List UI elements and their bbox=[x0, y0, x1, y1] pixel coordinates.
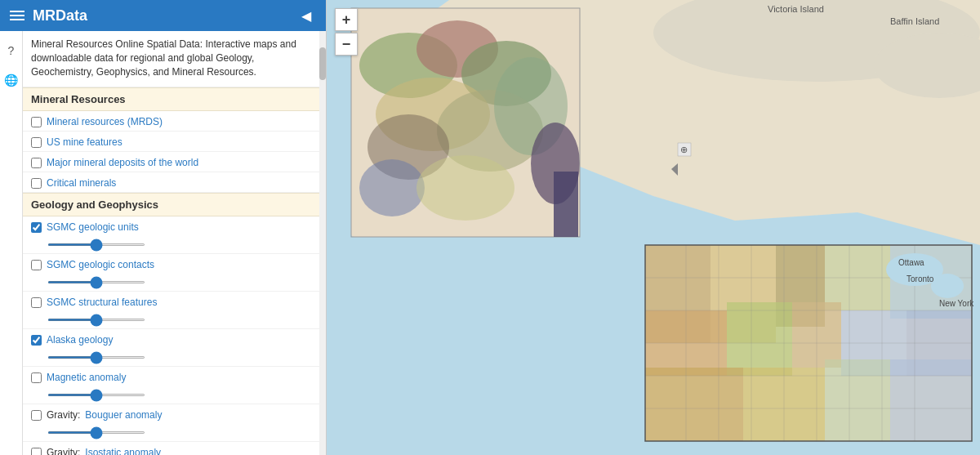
svg-text:⊕: ⊕ bbox=[680, 145, 688, 154]
app-title: MRData bbox=[33, 7, 87, 25]
zoom-in-button[interactable]: + bbox=[335, 8, 358, 31]
sidebar-scrollbar-thumb[interactable] bbox=[319, 47, 326, 80]
hamburger-menu-icon[interactable] bbox=[10, 11, 24, 20]
gravity-bouguer-prefix: Gravity: bbox=[47, 409, 80, 421]
svg-text:Baffin Island: Baffin Island bbox=[890, 16, 939, 26]
layer-slider-sgmc-units[interactable] bbox=[47, 243, 145, 246]
layer-link-critical-minerals[interactable]: Critical minerals bbox=[47, 177, 116, 189]
layer-item-magnetic-anomaly: Magnetic anomaly bbox=[23, 367, 326, 404]
layer-item-gravity-isostatic: Gravity: Isostatic anomaly bbox=[23, 442, 326, 455]
layer-slider-magnetic-anomaly[interactable] bbox=[47, 394, 145, 396]
layer-link-gravity-isostatic[interactable]: Isostatic anomaly bbox=[85, 447, 161, 455]
layer-checkbox-mrds[interactable] bbox=[31, 117, 42, 127]
layer-item-sgmc-contacts: SGMC geologic contacts bbox=[23, 254, 326, 292]
layer-checkbox-sgmc-structural[interactable] bbox=[31, 297, 42, 308]
layer-checkbox-major-deposits[interactable] bbox=[31, 158, 42, 168]
layer-item-critical-minerals: Critical minerals bbox=[23, 172, 326, 193]
svg-rect-32 bbox=[825, 359, 890, 441]
layer-link-mrds[interactable]: Mineral resources (MRDS) bbox=[47, 116, 163, 127]
svg-text:New York: New York bbox=[939, 299, 974, 308]
map-container[interactable]: Victoria Island Baffin Island Ottawa Tor… bbox=[327, 0, 980, 455]
globe-icon[interactable]: 🌐 bbox=[3, 72, 20, 88]
layer-item-alaska-geology: Alaska geology bbox=[23, 329, 326, 367]
svg-rect-30 bbox=[645, 368, 743, 441]
sidebar: MRData ◀ ? 🌐 Mineral Resources Online Sp… bbox=[0, 0, 327, 455]
svg-text:Toronto: Toronto bbox=[906, 274, 934, 283]
layer-link-us-mine[interactable]: US mine features bbox=[47, 136, 122, 148]
map-svg: Victoria Island Baffin Island Ottawa Tor… bbox=[327, 0, 980, 455]
layer-checkbox-gravity-isostatic[interactable] bbox=[31, 448, 42, 455]
help-icon[interactable]: ? bbox=[3, 42, 20, 59]
sidebar-icons-panel: ? 🌐 bbox=[0, 31, 23, 455]
layer-link-sgmc-structural[interactable]: SGMC structural features bbox=[47, 297, 157, 308]
svg-point-15 bbox=[359, 159, 425, 216]
svg-rect-26 bbox=[727, 302, 792, 376]
layer-link-gravity-bouguer[interactable]: Bouguer anomaly bbox=[85, 409, 162, 421]
layer-checkbox-us-mine[interactable] bbox=[31, 137, 42, 148]
svg-point-16 bbox=[416, 155, 514, 221]
gravity-isostatic-prefix: Gravity: bbox=[47, 447, 80, 455]
collapse-sidebar-button[interactable]: ◀ bbox=[296, 7, 316, 25]
layer-item-sgmc-units: SGMC geologic units bbox=[23, 216, 326, 254]
layer-item-mrds: Mineral resources (MRDS) bbox=[23, 111, 326, 132]
layer-slider-alaska-geology[interactable] bbox=[47, 356, 145, 359]
app-description: Mineral Resources Online Spatial Data: I… bbox=[23, 31, 326, 87]
layer-item-gravity-bouguer: Gravity: Bouguer anomaly bbox=[23, 404, 326, 442]
svg-point-49 bbox=[931, 274, 964, 298]
layer-item-major-deposits: Major mineral deposits of the world bbox=[23, 152, 326, 172]
map-controls: + − bbox=[335, 8, 358, 56]
layer-checkbox-critical-minerals[interactable] bbox=[31, 178, 42, 189]
layer-link-major-deposits[interactable]: Major mineral deposits of the world bbox=[47, 157, 198, 168]
layer-link-sgmc-contacts[interactable]: SGMC geologic contacts bbox=[47, 259, 154, 270]
layer-slider-sgmc-contacts[interactable] bbox=[47, 281, 145, 283]
sidebar-header-left: MRData bbox=[10, 7, 87, 25]
sidebar-header: MRData ◀ bbox=[0, 0, 326, 31]
layer-link-alaska-geology[interactable]: Alaska geology bbox=[47, 334, 113, 346]
svg-rect-18 bbox=[554, 172, 578, 237]
layer-checkbox-gravity-bouguer[interactable] bbox=[31, 410, 42, 421]
layer-item-sgmc-structural: SGMC structural features bbox=[23, 292, 326, 329]
svg-text:Ottawa: Ottawa bbox=[898, 258, 924, 267]
section-header-geology: Geology and Geophysics bbox=[23, 193, 326, 216]
layer-checkbox-alaska-geology[interactable] bbox=[31, 335, 42, 346]
layer-checkbox-sgmc-units[interactable] bbox=[31, 222, 42, 233]
layer-slider-gravity-bouguer[interactable] bbox=[47, 431, 145, 434]
zoom-out-button[interactable]: − bbox=[335, 33, 358, 56]
section-header-mineral-resources: Mineral Resources bbox=[23, 87, 326, 111]
sidebar-content: Mineral Resources Online Spatial Data: I… bbox=[23, 31, 326, 455]
layer-slider-sgmc-structural[interactable] bbox=[47, 319, 145, 321]
layer-checkbox-magnetic-anomaly[interactable] bbox=[31, 372, 42, 383]
sidebar-scrollbar-track bbox=[319, 31, 326, 455]
layer-link-magnetic-anomaly[interactable]: Magnetic anomaly bbox=[47, 372, 126, 383]
layer-link-sgmc-units[interactable]: SGMC geologic units bbox=[47, 221, 139, 233]
svg-text:Victoria Island: Victoria Island bbox=[768, 4, 824, 14]
layer-item-us-mine: US mine features bbox=[23, 132, 326, 152]
layer-checkbox-sgmc-contacts[interactable] bbox=[31, 260, 42, 270]
svg-rect-33 bbox=[890, 359, 972, 441]
